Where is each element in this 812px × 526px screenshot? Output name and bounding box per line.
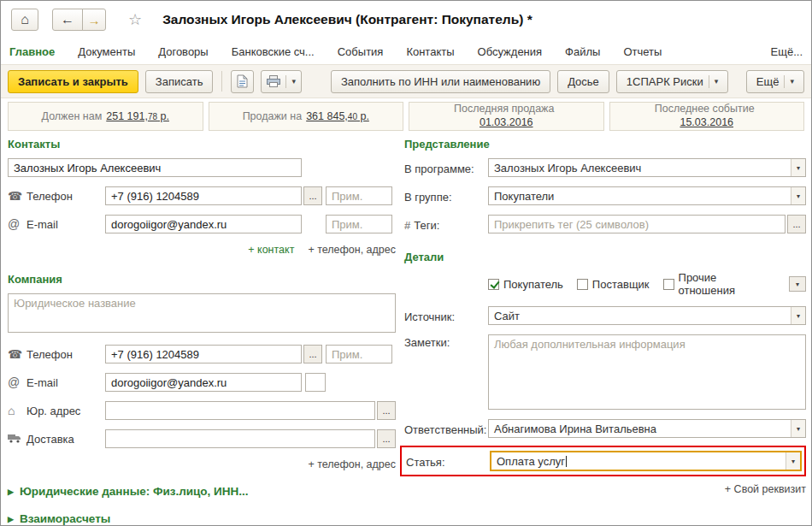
source-combo[interactable]: Сайт ▾	[488, 306, 806, 325]
source-label: Источник:	[404, 309, 488, 323]
in-group-value: Покупатели	[489, 190, 791, 203]
supplier-checkbox-box[interactable]	[577, 279, 588, 290]
responsible-value: Абнагимова Ирина Витальевна	[489, 423, 791, 435]
buyer-checkbox-box[interactable]	[488, 279, 499, 290]
contact-email-note-input[interactable]	[326, 215, 392, 233]
save-and-close-button[interactable]: Записать и закрыть	[8, 70, 138, 93]
contact-phone-label: Телефон	[26, 190, 105, 203]
summary-last-event-link[interactable]: 15.03.2016	[680, 116, 733, 130]
buyer-checkbox[interactable]: Покупатель	[488, 278, 563, 291]
tab-discussions[interactable]: Обсуждения	[478, 45, 543, 58]
expander-arrow-icon: ▶	[8, 515, 14, 523]
left-column: Контакты ☎ Телефон ... @ E-mail + контак…	[8, 136, 396, 525]
company-phone-input[interactable]	[105, 345, 302, 363]
home-button[interactable]: ⌂	[11, 9, 38, 31]
in-program-combo[interactable]: Залозных Игорь Алексеевич ▾	[488, 158, 806, 177]
settlements-expander-label: Взаиморасчеты	[20, 512, 110, 525]
print-button[interactable]: ▾	[261, 70, 302, 93]
add-custom-attribute-link[interactable]: + Свой реквизит	[404, 483, 806, 495]
dossier-button[interactable]: Досье	[557, 70, 609, 93]
company-phone-note-input[interactable]	[326, 345, 392, 363]
spark-risks-button[interactable]: 1СПАРК Риски ▾	[616, 70, 728, 93]
tab-files[interactable]: Файлы	[565, 45, 600, 58]
chevron-down-icon[interactable]: ▾	[715, 77, 719, 86]
company-legal-name-input[interactable]	[8, 293, 396, 333]
tab-documents[interactable]: Документы	[78, 45, 135, 58]
other-relations-checkbox-box[interactable]	[663, 279, 674, 290]
tags-row: #Теги: ...	[404, 215, 806, 233]
company-email-label: E-mail	[26, 376, 105, 389]
chevron-down-icon[interactable]: ▾	[786, 452, 800, 470]
settlements-expander[interactable]: ▶ Взаиморасчеты	[8, 512, 396, 525]
summary-debt: Должен нам 251 191,78 р.	[8, 102, 203, 131]
summary-last-event-label: Последнее событие	[655, 103, 755, 116]
tab-more[interactable]: Ещё...	[771, 45, 803, 58]
contact-phone-row: ☎ Телефон ...	[8, 186, 396, 205]
create-document-button[interactable]	[231, 70, 254, 93]
phone-icon: ☎	[8, 347, 26, 361]
tab-contacts[interactable]: Контакты	[406, 45, 454, 58]
contact-name-input[interactable]	[8, 158, 302, 177]
add-phone-address-link[interactable]: + телефон, адрес	[308, 458, 396, 470]
company-phone-ellipsis-button[interactable]: ...	[303, 345, 322, 363]
tags-input[interactable]	[488, 215, 786, 233]
chevron-down-icon[interactable]: ▾	[791, 420, 805, 437]
contact-email-row: @ E-mail	[8, 215, 396, 233]
add-phone-address-link[interactable]: + телефон, адрес	[308, 244, 396, 256]
responsible-combo[interactable]: Абнагимова Ирина Витальевна ▾	[488, 419, 806, 438]
tags-ellipsis-button[interactable]: ...	[787, 215, 806, 233]
annotation-highlight: Статья: Оплата услуг ▾	[400, 446, 806, 476]
contact-phone-input[interactable]	[105, 186, 302, 205]
more-button[interactable]: Ещё ▾	[746, 70, 804, 93]
fill-by-inn-button[interactable]: Заполнить по ИНН или наименованию	[331, 70, 550, 93]
contact-phone-ellipsis-button[interactable]: ...	[303, 186, 322, 205]
relations-dropdown-button[interactable]: ▾	[789, 276, 806, 292]
delivery-row: Доставка ...	[8, 429, 396, 448]
back-button[interactable]: ←	[52, 9, 83, 31]
button-divider	[709, 75, 709, 88]
other-relations-checkbox[interactable]: Прочие отношения	[663, 271, 776, 297]
summary-debt-link[interactable]: 251 191,78 р.	[106, 110, 169, 122]
summary-last-sale-link[interactable]: 01.03.2016	[480, 116, 533, 130]
chevron-down-icon[interactable]: ▾	[791, 159, 805, 176]
responsible-row: Ответственный: Абнагимова Ирина Витальев…	[404, 419, 806, 438]
article-combo[interactable]: Оплата услуг ▾	[490, 451, 802, 471]
contact-email-input[interactable]	[105, 215, 302, 233]
chevron-down-icon[interactable]: ▾	[291, 77, 296, 86]
star-icon: ☆	[128, 11, 142, 28]
tags-label: #Теги:	[404, 217, 488, 232]
legal-address-input[interactable]	[105, 401, 375, 420]
favorite-star-button[interactable]: ☆	[123, 9, 147, 30]
toolbar-separator	[221, 71, 222, 92]
legal-data-expander[interactable]: ▶ Юридические данные: Физ.лицо, ИНН...	[8, 485, 396, 498]
summary-sales: Продажи на 361 845,40 р.	[209, 102, 404, 131]
delivery-input[interactable]	[105, 429, 375, 448]
tab-reports[interactable]: Отчеты	[623, 45, 662, 58]
tab-events[interactable]: События	[338, 45, 384, 58]
tab-main[interactable]: Главное	[9, 45, 55, 58]
right-column: Представление В программе: Залозных Игор…	[404, 136, 806, 495]
save-button[interactable]: Записать	[145, 70, 214, 93]
company-email-input[interactable]	[105, 373, 302, 392]
supplier-checkbox[interactable]: Поставщик	[577, 278, 650, 291]
tab-bank-accounts[interactable]: Банковские сч...	[232, 45, 315, 58]
notes-input[interactable]	[488, 334, 806, 410]
add-contact-link[interactable]: + контакт	[248, 244, 294, 256]
in-group-combo[interactable]: Покупатели ▾	[488, 186, 806, 205]
company-links-row: + телефон, адрес	[8, 458, 396, 470]
chevron-down-icon[interactable]: ▾	[791, 187, 805, 204]
truck-icon	[8, 432, 26, 446]
contact-phone-note-input[interactable]	[326, 186, 392, 205]
legal-address-ellipsis-button[interactable]: ...	[377, 401, 396, 420]
delivery-ellipsis-button[interactable]: ...	[377, 429, 396, 448]
company-email-note-input[interactable]	[305, 373, 326, 392]
button-divider	[285, 75, 286, 88]
chevron-down-icon[interactable]: ▾	[790, 77, 794, 86]
forward-button[interactable]: →	[82, 9, 106, 31]
tab-contracts[interactable]: Договоры	[158, 45, 208, 58]
summary-sales-link[interactable]: 361 845,40 р.	[306, 110, 369, 122]
notes-row: Заметки:	[404, 334, 806, 410]
chevron-down-icon[interactable]: ▾	[791, 307, 805, 324]
in-program-label: В программе:	[404, 161, 488, 175]
responsible-label: Ответственный:	[404, 422, 488, 436]
